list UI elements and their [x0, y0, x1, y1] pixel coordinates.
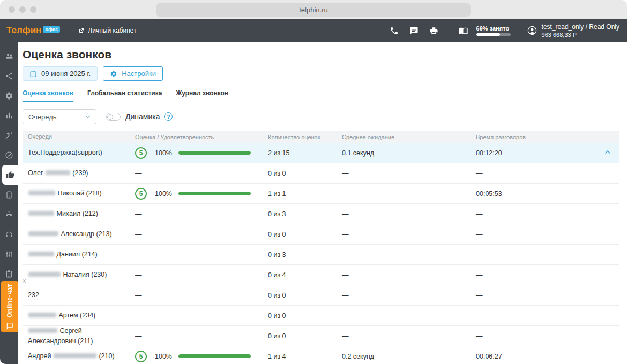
name-text: 232	[28, 291, 39, 299]
table-row[interactable]: Александр (213)—0 из 0——	[23, 224, 619, 245]
satisfaction-percent: 100%	[155, 353, 175, 360]
sidebar-item-thumbs-up[interactable]	[2, 165, 18, 185]
no-score-dash: —	[135, 292, 142, 299]
check-circle-icon	[5, 151, 13, 160]
user-info[interactable]: test_read_only / Read Only 963 668,33 ₽	[542, 23, 619, 39]
ratings-count: 0 из 3	[263, 210, 337, 218]
clipboard-icon	[5, 270, 13, 278]
sidebar-item-phone-missed[interactable]	[0, 204, 18, 224]
dynamics-toggle[interactable]	[106, 113, 121, 121]
score-cell: 5100%	[130, 351, 263, 362]
sidebar-item-bar-chart[interactable]	[0, 105, 18, 125]
gear-icon	[5, 92, 13, 100]
score-cell: —	[130, 251, 263, 259]
users-icon	[5, 52, 13, 60]
table-body: Тех.Поддержка(support)5100%2 из 150.1 се…	[23, 143, 619, 364]
magic-wand-icon	[5, 131, 13, 140]
column-header: Очереди	[23, 133, 130, 141]
table-row[interactable]: Артем (234)—0 из 0——	[23, 306, 619, 326]
column-header: Оценка / Удовлетворенность	[130, 134, 263, 140]
logo[interactable]: Телфин офис	[6, 25, 60, 36]
online-chat-tab[interactable]: Online-чат	[1, 281, 18, 332]
name-text: Николай (218)	[56, 189, 102, 197]
table-row[interactable]: Михаил (212)—0 из 3——	[23, 204, 619, 224]
tab-0[interactable]: Оценка звонков	[23, 89, 73, 102]
score-cell: —	[130, 170, 263, 177]
dynamics-label: Динамика	[125, 112, 160, 121]
queue-select[interactable]: Очередь	[23, 109, 96, 124]
table-row[interactable]: Тех.Поддержка(support)5100%2 из 150.1 се…	[23, 143, 619, 163]
no-score-dash: —	[135, 231, 142, 238]
name-text: Даниил (214)	[55, 251, 98, 258]
score-badge: 5	[135, 351, 147, 362]
sidebar-item-levels[interactable]	[0, 244, 18, 264]
avg-wait: —	[337, 292, 471, 299]
tab-1[interactable]: Глобальная статистика	[87, 89, 162, 102]
settings-button[interactable]: Настройки	[103, 66, 163, 81]
satisfaction-bar	[178, 151, 251, 155]
sidebar-item-magic-wand[interactable]	[0, 125, 18, 145]
page-title: Оценка звонков	[23, 48, 619, 61]
window-controls	[9, 6, 36, 13]
cabinet-link[interactable]: Личный кабинет	[78, 27, 136, 34]
queue-select-value: Очередь	[28, 113, 57, 121]
chat-close-button[interactable]: ×	[22, 277, 26, 285]
chevron-up-icon[interactable]	[603, 148, 612, 156]
url-bar[interactable]: telphin.ru	[156, 3, 471, 17]
name-text: (210)	[97, 352, 115, 360]
name-text: Артем (234)	[57, 312, 95, 319]
logo-text: Телфин	[6, 25, 41, 36]
tab-bar: Оценка звонковГлобальная статистикаЖурна…	[23, 89, 619, 102]
no-score-dash: —	[135, 210, 142, 218]
table-row[interactable]: Даниил (214)—0 из 3——	[23, 245, 619, 265]
talk-time: —	[471, 312, 603, 320]
stats-table: ОчередиОценка / УдовлетворенностьКоличес…	[23, 131, 619, 364]
table-row[interactable]: Олег (239)—0 из 0——	[23, 163, 619, 184]
sidebar-item-gear[interactable]	[0, 86, 18, 105]
redacted-text	[28, 191, 55, 195]
redacted-text	[54, 353, 96, 358]
ratings-count: 1 из 1	[263, 190, 337, 198]
queue-name: Тех.Поддержка(support)	[23, 148, 130, 157]
window-zoom-button[interactable]	[30, 6, 36, 13]
sidebar-item-users[interactable]	[0, 46, 18, 66]
queue-name: Артем (234)	[23, 310, 130, 320]
logo-badge: офис	[43, 26, 60, 33]
toggle-knob	[107, 114, 113, 120]
sidebar-item-check-circle[interactable]	[0, 145, 18, 165]
sidebar-item-headset[interactable]	[0, 224, 18, 244]
usage-indicator: 69% занято	[476, 25, 511, 36]
name-text: Тех.Поддержка(support)	[28, 149, 102, 156]
talk-time: —	[471, 170, 603, 177]
score-cell: —	[130, 332, 263, 340]
queue-name: Даниил (214)	[23, 249, 130, 259]
window-minimize-button[interactable]	[19, 6, 26, 13]
phone-icon[interactable]	[390, 26, 399, 35]
book-icon[interactable]	[459, 26, 468, 35]
redacted-text	[28, 272, 61, 277]
column-header: Количество оценок	[263, 134, 337, 140]
name-text: Олег	[28, 169, 45, 177]
chat-icon[interactable]	[409, 26, 419, 35]
table-row[interactable]: 232—0 из 0——	[23, 285, 619, 306]
table-row[interactable]: Сергей Александрович (211)—0 из 0——	[23, 326, 619, 346]
table-row[interactable]: Николай (218)5100%1 из 1—00:05:53	[23, 184, 619, 204]
table-row[interactable]: Наталия (230)—0 из 4——	[23, 265, 619, 285]
sidebar-item-tablet[interactable]	[0, 185, 18, 204]
score-cell: —	[130, 292, 263, 299]
help-icon[interactable]: ?	[164, 112, 173, 121]
content-area: Оценка звонков 09 июня 2025 г. Настройки…	[18, 42, 627, 364]
sidebar-item-share[interactable]	[0, 66, 18, 86]
table-row[interactable]: Андрей (210)5100%1 из 40.2 секунд00:06:2…	[23, 346, 619, 364]
printer-icon[interactable]	[429, 26, 438, 35]
tab-2[interactable]: Журнал звонков	[176, 89, 228, 102]
avg-wait: —	[337, 332, 471, 340]
avg-wait: —	[337, 271, 471, 279]
window-close-button[interactable]	[9, 6, 15, 13]
redacted-text	[28, 328, 57, 333]
queue-name: Александр (213)	[23, 229, 130, 239]
browser-window: telphin.ru Телфин офис Личный кабинет 69…	[0, 0, 627, 364]
talk-time: —	[471, 251, 603, 259]
date-picker-button[interactable]: 09 июня 2025 г.	[23, 66, 98, 81]
user-avatar-icon[interactable]	[527, 25, 538, 36]
